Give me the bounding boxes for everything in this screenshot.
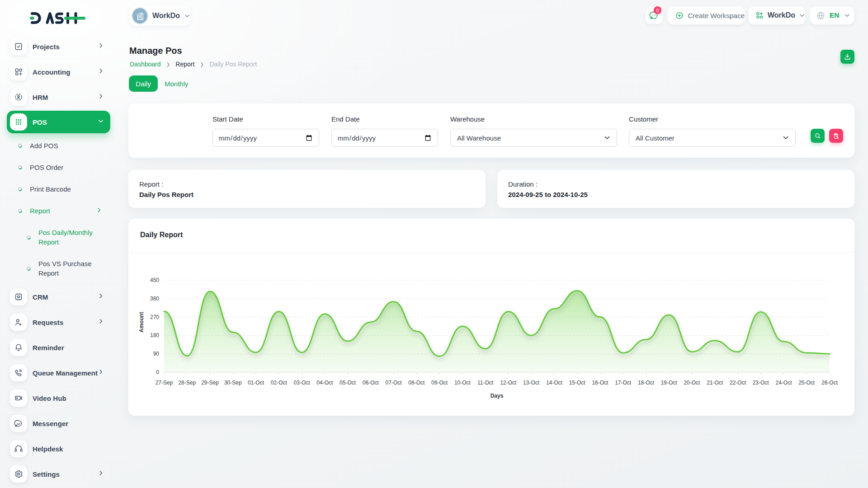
svg-text:20-Oct: 20-Oct [684, 380, 700, 386]
svg-text:12-Oct: 12-Oct [500, 380, 517, 386]
svg-text:04-Oct: 04-Oct [316, 380, 333, 386]
svg-text:19-Oct: 19-Oct [661, 380, 678, 386]
svg-text:01-Oct: 01-Oct [248, 380, 264, 386]
svg-text:26-Oct: 26-Oct [821, 380, 838, 386]
svg-text:28-Sep: 28-Sep [178, 380, 196, 386]
svg-text:0: 0 [156, 369, 159, 375]
svg-text:05-Oct: 05-Oct [340, 380, 356, 386]
svg-text:25-Oct: 25-Oct [798, 380, 815, 386]
svg-text:29-Sep: 29-Sep [201, 380, 219, 386]
svg-text:22-Oct: 22-Oct [730, 380, 746, 386]
svg-text:30-Sep: 30-Sep [224, 380, 242, 386]
svg-text:09-Oct: 09-Oct [431, 380, 448, 386]
svg-text:08-Oct: 08-Oct [408, 380, 425, 386]
svg-text:13-Oct: 13-Oct [523, 380, 540, 386]
svg-text:17-Oct: 17-Oct [615, 380, 632, 386]
svg-text:Days: Days [491, 393, 504, 399]
svg-text:02-Oct: 02-Oct [271, 380, 288, 386]
svg-text:24-Oct: 24-Oct [775, 380, 792, 386]
svg-text:21-Oct: 21-Oct [707, 380, 723, 386]
svg-text:360: 360 [150, 296, 159, 302]
svg-text:06-Oct: 06-Oct [363, 380, 379, 386]
svg-text:180: 180 [150, 332, 159, 338]
svg-text:Amount: Amount [138, 312, 145, 332]
svg-text:18-Oct: 18-Oct [638, 380, 655, 386]
svg-text:27-Sep: 27-Sep [156, 380, 173, 386]
svg-text:10-Oct: 10-Oct [454, 380, 471, 386]
svg-text:16-Oct: 16-Oct [592, 380, 609, 386]
svg-text:15-Oct: 15-Oct [569, 380, 586, 386]
svg-text:14-Oct: 14-Oct [546, 380, 563, 386]
svg-text:270: 270 [150, 314, 159, 320]
svg-text:23-Oct: 23-Oct [753, 380, 769, 386]
svg-text:11-Oct: 11-Oct [477, 380, 494, 386]
svg-text:03-Oct: 03-Oct [294, 380, 311, 386]
svg-text:90: 90 [153, 351, 160, 357]
svg-text:450: 450 [150, 277, 159, 283]
svg-text:07-Oct: 07-Oct [386, 380, 402, 386]
